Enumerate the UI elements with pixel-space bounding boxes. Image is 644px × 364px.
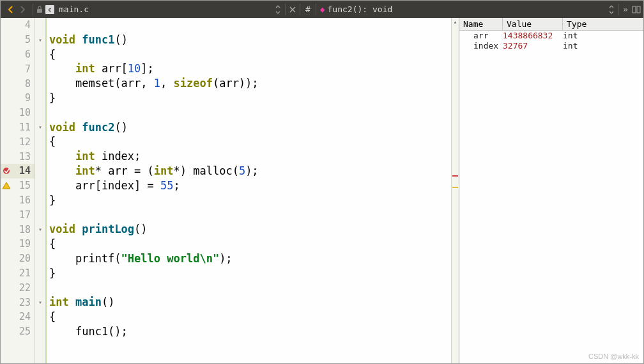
code-line[interactable]: int arr[10]; [49, 61, 451, 76]
line-number[interactable]: 14 [1, 164, 34, 178]
code-line[interactable]: void printLog() [49, 222, 451, 237]
code-line[interactable] [49, 207, 451, 222]
fold-toggle [35, 134, 45, 149]
function-dropdown[interactable] [606, 5, 617, 14]
line-number[interactable]: 16 [1, 193, 34, 208]
code-line[interactable]: } [49, 193, 451, 208]
fold-toggle[interactable]: ▾ [35, 120, 45, 135]
code-line[interactable]: { [49, 237, 451, 251]
warning-marker[interactable] [452, 187, 458, 188]
ide-window: c main.c # ◆ func2(): void » 45678910111… [0, 0, 644, 364]
nav-back-button[interactable] [4, 4, 16, 15]
line-number[interactable]: 4 [1, 18, 34, 33]
editor-pane: 45678910111213141516171819202122232425 ▾… [1, 18, 459, 363]
line-number[interactable]: 21 [1, 266, 34, 281]
col-header-name[interactable]: Name [459, 18, 503, 30]
svg-rect-2 [637, 6, 640, 13]
var-name: arr [459, 31, 503, 41]
line-number[interactable]: 24 [1, 310, 34, 324]
fold-toggle [35, 280, 45, 295]
close-file-button[interactable] [287, 6, 298, 13]
variable-row[interactable]: index32767int [459, 41, 643, 51]
hash-label: # [302, 4, 314, 14]
line-number[interactable]: 25 [1, 324, 34, 339]
main-area: 45678910111213141516171819202122232425 ▾… [1, 18, 643, 363]
line-number[interactable]: 7 [1, 61, 34, 76]
svg-rect-1 [632, 6, 636, 13]
line-number[interactable]: 17 [1, 207, 34, 222]
file-icon: c [45, 4, 55, 15]
code-line[interactable] [49, 280, 451, 295]
expand-icon[interactable]: » [620, 4, 631, 14]
var-type: int [563, 41, 643, 51]
fold-toggle[interactable]: ▾ [35, 295, 45, 310]
nav-forward-button[interactable] [17, 4, 29, 15]
breakpoint-icon[interactable] [2, 166, 11, 175]
line-number[interactable]: 11 [1, 120, 34, 135]
fold-toggle [35, 324, 45, 339]
line-number[interactable]: 9 [1, 91, 34, 106]
line-number[interactable]: 13 [1, 149, 34, 164]
split-icon[interactable] [631, 6, 642, 13]
code-line[interactable]: memset(arr, 1, sizeof(arr)); [49, 76, 451, 91]
file-dropdown[interactable] [272, 5, 284, 14]
col-header-type[interactable]: Type [563, 18, 643, 30]
code-line[interactable]: void func1() [49, 33, 451, 47]
fold-toggle [35, 47, 45, 62]
separator [618, 4, 619, 15]
code-line[interactable]: func1(); [49, 324, 451, 339]
code-line[interactable]: printf("Hello world\n"); [49, 251, 451, 266]
line-number[interactable]: 8 [1, 76, 34, 91]
code-line[interactable] [49, 18, 451, 33]
col-header-value[interactable]: Value [503, 18, 563, 30]
code-line[interactable]: { [49, 47, 451, 62]
code-line[interactable]: int index; [49, 149, 451, 164]
line-number[interactable]: 22 [1, 280, 34, 295]
code-line[interactable]: int main() [49, 295, 451, 310]
code-line[interactable]: arr[index] = 55; [49, 178, 451, 193]
line-number-gutter[interactable]: 45678910111213141516171819202122232425 [1, 18, 35, 363]
line-number[interactable]: 20 [1, 251, 34, 266]
lock-icon [34, 4, 45, 15]
variable-row[interactable]: arr1438866832int [459, 31, 643, 41]
current-function-label: func2(): void [328, 4, 393, 14]
fold-toggle [35, 237, 45, 251]
code-area[interactable]: void func1(){ int arr[10]; memset(arr, 1… [47, 18, 451, 363]
variables-body: arr1438866832intindex32767int [459, 31, 643, 363]
var-name: index [459, 41, 503, 51]
var-value: 1438866832 [503, 31, 563, 41]
code-line[interactable]: { [49, 310, 451, 324]
var-type: int [563, 31, 643, 41]
warning-icon[interactable] [2, 181, 11, 190]
line-number[interactable]: 15 [1, 178, 34, 193]
separator [285, 4, 286, 15]
line-number[interactable]: 12 [1, 134, 34, 149]
error-marker[interactable] [452, 175, 458, 177]
fold-toggle[interactable]: ▾ [35, 33, 45, 47]
line-number[interactable]: 10 [1, 106, 34, 120]
code-line[interactable]: void func2() [49, 120, 451, 135]
code-line[interactable]: } [49, 266, 451, 281]
fold-toggle [35, 207, 45, 222]
fold-toggle [35, 178, 45, 193]
separator [300, 4, 300, 15]
code-line[interactable]: int* arr = (int*) malloc(5); [49, 164, 451, 178]
line-number[interactable]: 23 [1, 295, 34, 310]
filename-label: main.c [55, 4, 272, 14]
line-number[interactable]: 18 [1, 222, 34, 237]
scroll-up-icon[interactable]: ▴ [452, 18, 459, 26]
overview-ruler[interactable]: ▴ [451, 18, 459, 363]
line-number[interactable]: 19 [1, 237, 34, 251]
fold-toggle[interactable]: ▾ [35, 222, 45, 237]
separator [33, 4, 33, 15]
code-line[interactable]: } [49, 91, 451, 106]
fold-column[interactable]: ▾▾▾▾ [35, 18, 47, 363]
line-number[interactable]: 6 [1, 47, 34, 62]
variables-header: Name Value Type [459, 18, 643, 31]
title-bar: c main.c # ◆ func2(): void » [1, 1, 643, 18]
code-line[interactable]: { [49, 134, 451, 149]
variables-pane: Name Value Type arr1438866832intindex327… [459, 18, 643, 363]
line-number[interactable]: 5 [1, 33, 34, 47]
code-line[interactable] [49, 106, 451, 120]
svg-rect-0 [37, 9, 42, 13]
